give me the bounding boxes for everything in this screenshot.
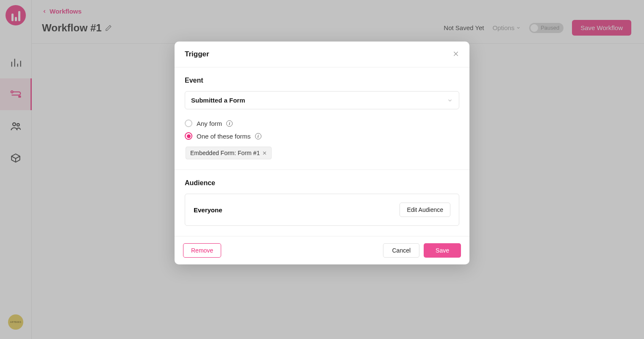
modal-header: Trigger [175, 42, 469, 67]
modal-overlay[interactable]: Trigger Event Submitted a Form Any form … [0, 0, 644, 339]
info-icon[interactable]: i [255, 133, 261, 139]
edit-audience-button[interactable]: Edit Audience [400, 203, 450, 217]
radio-any-form[interactable] [185, 119, 192, 127]
audience-box: Everyone Edit Audience [185, 194, 459, 226]
trigger-modal: Trigger Event Submitted a Form Any form … [175, 42, 469, 264]
tag-label: Embedded Form: Form #1 [190, 150, 260, 156]
remove-tag-icon[interactable]: ✕ [262, 150, 267, 156]
event-section-label: Event [185, 77, 459, 84]
radio-one-of-forms[interactable] [185, 132, 192, 140]
event-select-value: Submitted a Form [191, 97, 245, 104]
modal-title: Trigger [185, 50, 209, 58]
audience-value: Everyone [194, 206, 222, 214]
remove-button[interactable]: Remove [183, 243, 221, 258]
chevron-down-icon [447, 97, 453, 103]
audience-section-label: Audience [185, 179, 459, 187]
event-select[interactable]: Submitted a Form [185, 91, 459, 109]
close-icon[interactable] [452, 50, 459, 58]
modal-footer: Remove Cancel Save [175, 236, 469, 264]
form-radio-group: Any form i One of these forms i Embedded… [185, 119, 459, 159]
selected-form-tag: Embedded Form: Form #1 ✕ [186, 147, 272, 159]
save-button[interactable]: Save [424, 243, 461, 258]
cancel-button[interactable]: Cancel [383, 243, 419, 258]
info-icon[interactable]: i [226, 120, 233, 127]
radio-any-form-label: Any form [197, 120, 222, 127]
radio-one-of-forms-label: One of these forms [197, 133, 251, 140]
